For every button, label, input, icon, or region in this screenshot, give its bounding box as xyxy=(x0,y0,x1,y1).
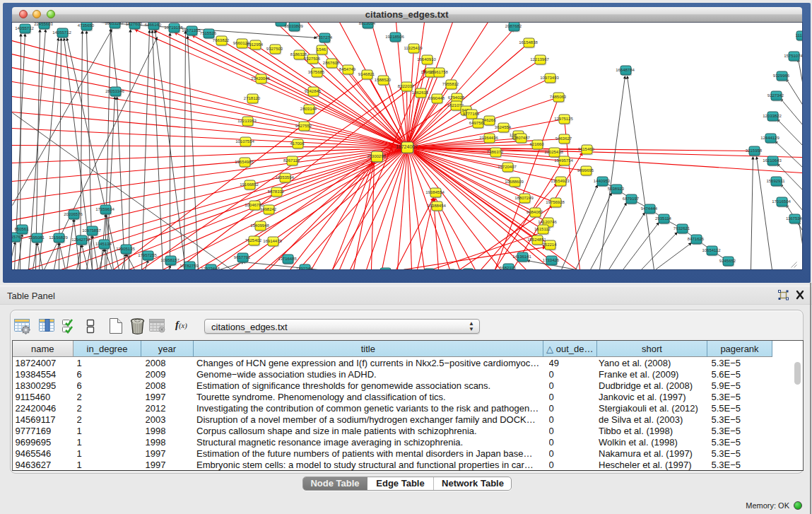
svg-text:9115460: 9115460 xyxy=(578,147,595,151)
svg-text:3915761: 3915761 xyxy=(12,235,23,239)
svg-text:9146821: 9146821 xyxy=(358,72,375,76)
svg-text:7485063: 7485063 xyxy=(549,95,566,99)
svg-text:746266: 746266 xyxy=(481,118,496,122)
svg-text:10046780: 10046780 xyxy=(245,203,264,207)
svg-text:12213967: 12213967 xyxy=(530,57,549,62)
svg-text:1588520: 1588520 xyxy=(374,78,391,82)
svg-text:21364436: 21364436 xyxy=(479,136,498,140)
svg-text:11325419: 11325419 xyxy=(404,46,423,50)
svg-text:18807249: 18807249 xyxy=(514,196,534,200)
svg-text:9427552: 9427552 xyxy=(295,124,312,128)
svg-text:1615112: 1615112 xyxy=(534,227,551,231)
svg-text:10653287: 10653287 xyxy=(105,23,124,25)
svg-text:9657791: 9657791 xyxy=(233,255,250,259)
svg-text:10025438: 10025438 xyxy=(544,150,563,154)
svg-text:8267110: 8267110 xyxy=(283,158,300,163)
svg-text:10958157: 10958157 xyxy=(160,258,180,262)
svg-text:19654985: 19654985 xyxy=(235,160,254,164)
svg-text:7357274: 7357274 xyxy=(315,35,332,40)
svg-text:11173: 11173 xyxy=(795,33,802,37)
svg-text:14055712: 14055712 xyxy=(15,26,34,30)
svg-text:1440953: 1440953 xyxy=(593,179,610,183)
svg-text:9463627: 9463627 xyxy=(555,136,572,141)
svg-text:1145134: 1145134 xyxy=(95,242,112,246)
svg-text:3624554: 3624554 xyxy=(494,125,511,129)
svg-text:18724007: 18724007 xyxy=(395,144,417,149)
svg-text:8813054: 8813054 xyxy=(358,23,375,25)
svg-text:22455603: 22455603 xyxy=(34,23,53,26)
svg-text:17016504: 17016504 xyxy=(772,199,791,204)
svg-text:9498242: 9498242 xyxy=(259,207,276,211)
svg-text:9777169: 9777169 xyxy=(462,112,479,116)
svg-text:20206576: 20206576 xyxy=(64,212,83,216)
svg-text:7632621: 7632621 xyxy=(673,226,690,230)
svg-text:12156829: 12156829 xyxy=(49,235,68,240)
svg-text:7515526: 7515526 xyxy=(199,31,216,35)
svg-text:8454749: 8454749 xyxy=(339,67,355,71)
svg-text:9226058: 9226058 xyxy=(271,23,288,23)
svg-text:13654923: 13654923 xyxy=(551,179,570,183)
svg-text:6879197: 6879197 xyxy=(622,197,639,201)
svg-text:16648784: 16648784 xyxy=(616,68,635,72)
svg-text:15720407: 15720407 xyxy=(498,165,517,169)
svg-text:1292344: 1292344 xyxy=(295,267,312,269)
svg-text:7663822: 7663822 xyxy=(212,38,229,42)
svg-text:1546: 1546 xyxy=(316,47,326,52)
svg-text:19218506: 19218506 xyxy=(385,35,404,39)
svg-text:16914479: 16914479 xyxy=(263,239,282,243)
svg-text:19384554: 19384554 xyxy=(425,190,445,194)
svg-text:10654112: 10654112 xyxy=(702,248,721,252)
svg-text:9329966: 9329966 xyxy=(772,74,789,78)
svg-text:19756928: 19756928 xyxy=(546,200,565,204)
svg-text:5878332: 5878332 xyxy=(267,189,284,194)
svg-text:15388454: 15388454 xyxy=(427,204,446,208)
svg-text:15524851: 15524851 xyxy=(527,238,546,242)
svg-text:9227342: 9227342 xyxy=(767,93,784,98)
svg-text:3675685: 3675685 xyxy=(307,70,324,74)
svg-text:16154838: 16154838 xyxy=(519,40,538,45)
svg-text:8471626: 8471626 xyxy=(687,237,704,241)
svg-text:14120746: 14120746 xyxy=(538,220,557,224)
svg-text:9474444: 9474444 xyxy=(640,206,657,211)
svg-text:7625402: 7625402 xyxy=(245,238,261,243)
svg-text:10807487: 10807487 xyxy=(511,136,530,140)
svg-text:16033809: 16033809 xyxy=(284,24,303,28)
svg-text:2935114: 2935114 xyxy=(655,216,672,221)
svg-text:1527602: 1527602 xyxy=(125,23,142,26)
svg-text:1195081: 1195081 xyxy=(28,235,45,240)
svg-text:8912954: 8912954 xyxy=(246,42,263,47)
svg-text:17359634: 17359634 xyxy=(95,207,114,211)
svg-text:15409948: 15409948 xyxy=(250,223,269,228)
svg-text:12444129: 12444129 xyxy=(760,136,779,140)
svg-text:28053346: 28053346 xyxy=(105,89,124,93)
svg-text:2803144: 2803144 xyxy=(300,107,317,111)
svg-text:12923448: 12923448 xyxy=(201,267,220,269)
svg-text:6990448: 6990448 xyxy=(428,96,445,100)
svg-text:3215958: 3215958 xyxy=(745,148,762,153)
svg-text:10975857: 10975857 xyxy=(82,228,101,233)
svg-text:16640910: 16640910 xyxy=(417,57,436,62)
svg-text:252214: 252214 xyxy=(542,243,557,247)
svg-text:8322037: 8322037 xyxy=(397,84,414,88)
svg-text:621660: 621660 xyxy=(529,142,544,146)
svg-text:13716485: 13716485 xyxy=(278,257,297,261)
svg-text:15692911: 15692911 xyxy=(766,179,785,183)
svg-text:10719155: 10719155 xyxy=(164,25,183,30)
svg-text:16961758: 16961758 xyxy=(429,70,448,74)
svg-text:12213363: 12213363 xyxy=(237,119,257,123)
svg-text:10973493: 10973493 xyxy=(540,76,559,80)
svg-text:6466160: 6466160 xyxy=(144,23,161,27)
svg-text:12033822: 12033822 xyxy=(763,114,782,118)
svg-text:2867608: 2867608 xyxy=(322,61,339,65)
svg-text:9084067: 9084067 xyxy=(526,210,543,214)
svg-text:1362615: 1362615 xyxy=(411,90,428,95)
svg-text:9899695: 9899695 xyxy=(577,168,594,173)
svg-text:12353594: 12353594 xyxy=(275,175,294,180)
svg-text:5938923: 5938923 xyxy=(607,187,624,191)
svg-text:10688609: 10688609 xyxy=(505,180,524,184)
svg-text:417006: 417006 xyxy=(290,141,305,146)
svg-text:9245652: 9245652 xyxy=(719,259,736,263)
svg-text:16210643: 16210643 xyxy=(763,158,782,163)
svg-text:14055712: 14055712 xyxy=(52,30,71,35)
svg-text:25300295: 25300295 xyxy=(367,154,386,158)
